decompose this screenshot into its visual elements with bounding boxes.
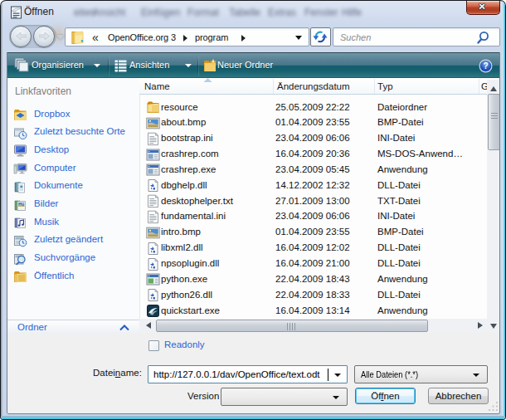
svg-text:?: ? — [483, 61, 488, 71]
